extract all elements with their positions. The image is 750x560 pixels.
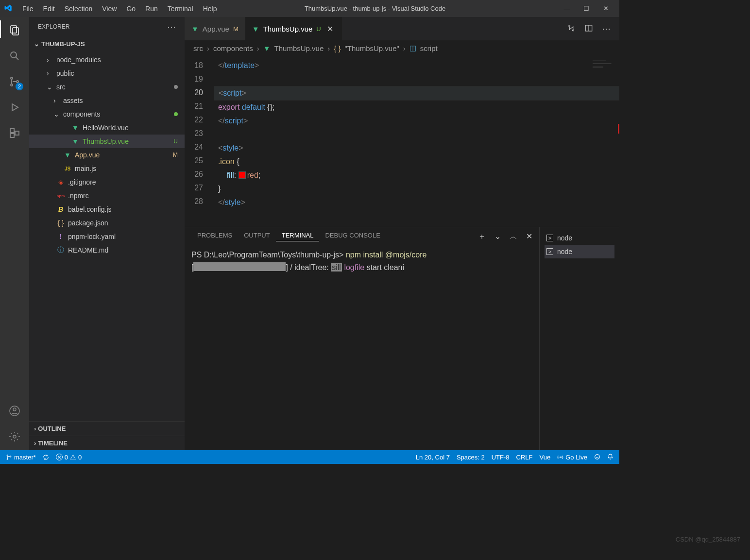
settings-gear-icon[interactable] xyxy=(9,430,20,443)
code-editor[interactable]: 1819202122232425262728 </template> <scri… xyxy=(185,56,619,227)
run-debug-icon[interactable] xyxy=(9,101,20,114)
tree-item-package.json[interactable]: { }package.json xyxy=(29,216,185,230)
menu-help[interactable]: Help xyxy=(198,1,222,17)
feedback-icon[interactable] xyxy=(594,454,600,461)
tree-item-.gitignore[interactable]: ◈.gitignore xyxy=(29,175,185,189)
tree-item-public[interactable]: ›public xyxy=(29,67,185,80)
tree-item-pnpm-lock.yaml[interactable]: !pnpm-lock.yaml xyxy=(29,230,185,243)
problems-button[interactable]: ✕0 ⚠0 xyxy=(56,453,82,461)
svg-point-12 xyxy=(569,25,570,27)
chevron-down-icon: ⌄ xyxy=(34,40,39,48)
svg-point-4 xyxy=(11,84,13,86)
git-status: M xyxy=(173,152,178,158)
project-header[interactable]: ⌄ THUMB-UP-JS xyxy=(29,36,185,51)
bc-component[interactable]: "ThumbsUp.vue" xyxy=(344,44,399,52)
tree-item-src[interactable]: ⌄src xyxy=(29,80,185,94)
explorer-title: EXPLORER xyxy=(38,23,69,30)
menu-edit[interactable]: Edit xyxy=(38,1,60,17)
timeline-label: TIMELINE xyxy=(38,440,68,447)
file-label: ThumbsUp.vue xyxy=(83,137,129,145)
compare-changes-icon[interactable] xyxy=(567,23,576,34)
close-panel-icon[interactable]: ✕ xyxy=(526,232,532,242)
svg-rect-7 xyxy=(10,134,14,137)
cube-icon: ◫ xyxy=(409,44,416,52)
sync-button[interactable] xyxy=(43,454,49,460)
cursor-position[interactable]: Ln 20, Col 7 xyxy=(416,454,450,461)
tree-item-main.js[interactable]: JSmain.js xyxy=(29,162,185,175)
panel-tab-problems[interactable]: PROBLEMS xyxy=(191,232,238,241)
tree-item-node_modules[interactable]: ›node_modules xyxy=(29,53,185,67)
indent-status[interactable]: Spaces: 2 xyxy=(457,454,485,461)
minimap[interactable] xyxy=(593,56,619,129)
close-window-button[interactable]: ✕ xyxy=(601,5,611,12)
svg-point-16 xyxy=(7,458,8,459)
account-icon[interactable] xyxy=(9,404,20,418)
split-editor-icon[interactable] xyxy=(584,23,593,34)
tree-item-components[interactable]: ⌄components xyxy=(29,107,185,121)
panel-tab-terminal[interactable]: TERMINAL xyxy=(276,232,320,241)
tree-item-babel.config.js[interactable]: Bbabel.config.js xyxy=(29,203,185,216)
timeline-section[interactable]: › TIMELINE xyxy=(29,436,185,450)
bc-src[interactable]: src xyxy=(193,44,203,52)
menu-selection[interactable]: Selection xyxy=(60,1,98,17)
vue-icon: ▼ xyxy=(63,151,72,159)
maximize-button[interactable]: ☐ xyxy=(581,5,591,12)
explorer-more-icon[interactable]: ⋯ xyxy=(167,21,176,32)
svg-point-10 xyxy=(13,408,16,411)
terminal-icon: > xyxy=(546,248,553,255)
breadcrumb[interactable]: src› components› ▼ ThumbsUp.vue› { } "Th… xyxy=(185,40,619,56)
tab-App.vue[interactable]: ▼App.vueM xyxy=(185,17,245,40)
tree-item-App.vue[interactable]: ▼App.vueM xyxy=(29,148,185,162)
menu-view[interactable]: View xyxy=(97,1,121,17)
vue-icon: ▼ xyxy=(191,25,199,33)
vue-icon: ▼ xyxy=(71,124,80,132)
encoding-status[interactable]: UTF-8 xyxy=(492,454,510,461)
tree-item-HelloWorld.vue[interactable]: ▼HelloWorld.vue xyxy=(29,121,185,135)
bc-components[interactable]: components xyxy=(213,44,253,52)
source-control-icon[interactable]: 2 xyxy=(9,75,20,88)
vscode-logo-icon xyxy=(4,3,13,14)
branch-button[interactable]: master* xyxy=(6,454,36,461)
eol-status[interactable]: CRLF xyxy=(516,454,533,461)
bc-file[interactable]: ThumbsUp.vue xyxy=(274,44,324,52)
file-label: README.md xyxy=(68,246,108,254)
panel-tab-output[interactable]: OUTPUT xyxy=(238,232,275,241)
tree-item-assets[interactable]: ›assets xyxy=(29,94,185,107)
tree-item-README.md[interactable]: ⓘREADME.md xyxy=(29,243,185,257)
progress-bar xyxy=(193,262,286,271)
file-label: HelloWorld.vue xyxy=(83,124,129,132)
close-tab-icon[interactable]: ✕ xyxy=(325,24,335,34)
maximize-panel-icon[interactable]: ︿ xyxy=(510,232,517,242)
terminal-dropdown-icon[interactable]: ⌄ xyxy=(494,232,501,242)
explorer-icon[interactable] xyxy=(9,23,20,37)
tree-item-.npmrc[interactable]: npm.npmrc xyxy=(29,189,185,203)
menu-run[interactable]: Run xyxy=(140,1,163,17)
go-live-button[interactable]: Go Live xyxy=(557,454,587,461)
tab-ThumbsUp.vue[interactable]: ▼ThumbsUp.vueU✕ xyxy=(245,17,342,40)
menu-terminal[interactable]: Terminal xyxy=(163,1,198,17)
tree-item-ThumbsUp.vue[interactable]: ▼ThumbsUp.vueU xyxy=(29,135,185,148)
git-icon: ◈ xyxy=(56,178,65,186)
more-actions-icon[interactable]: ⋯ xyxy=(602,23,611,34)
outline-label: OUTLINE xyxy=(38,425,66,432)
bc-script[interactable]: script xyxy=(420,44,438,52)
file-label: .npmrc xyxy=(68,192,89,200)
svg-rect-8 xyxy=(15,131,19,135)
new-terminal-icon[interactable]: ＋ xyxy=(478,232,486,242)
terminal-instance[interactable]: >node xyxy=(545,245,614,258)
extensions-icon[interactable] xyxy=(9,126,20,140)
terminal-instance[interactable]: >node xyxy=(545,231,614,245)
menu-file[interactable]: File xyxy=(17,1,38,17)
svg-point-11 xyxy=(13,435,16,438)
notifications-icon[interactable] xyxy=(607,454,614,461)
chevron-icon: ⌄ xyxy=(47,83,53,91)
terminal[interactable]: PS D:\Leo\ProgramTeam\Toys\thumb-up-js> … xyxy=(185,246,539,450)
minimize-button[interactable]: — xyxy=(562,5,572,12)
file-label: babel.config.js xyxy=(68,205,112,213)
language-status[interactable]: Vue xyxy=(540,454,551,461)
file-label: main.js xyxy=(75,165,96,172)
panel-tab-debug-console[interactable]: DEBUG CONSOLE xyxy=(319,232,386,241)
menu-go[interactable]: Go xyxy=(121,1,140,17)
outline-section[interactable]: › OUTLINE xyxy=(29,421,185,436)
search-icon[interactable] xyxy=(9,49,20,63)
